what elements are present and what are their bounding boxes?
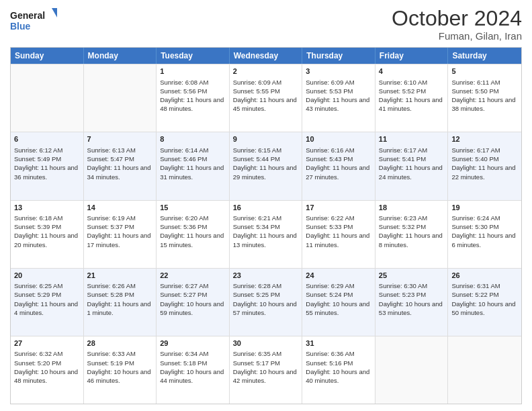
week-row-3: 13Sunrise: 6:18 AMSunset: 5:39 PMDayligh…	[11, 200, 521, 268]
cell-w3-d2: 14Sunrise: 6:19 AMSunset: 5:37 PMDayligh…	[84, 201, 157, 268]
daylight-text: Daylight: 11 hours and 6 minutes.	[451, 231, 518, 249]
daylight-text: Daylight: 10 hours and 57 minutes.	[233, 300, 299, 318]
sunset-text: Sunset: 5:39 PM	[14, 222, 80, 231]
sunrise-text: Sunrise: 6:34 AM	[160, 349, 226, 358]
sunrise-text: Sunrise: 6:27 AM	[160, 281, 226, 290]
sunrise-text: Sunrise: 6:16 AM	[306, 146, 371, 154]
sunset-text: Sunset: 5:44 PM	[233, 154, 299, 163]
calendar: Sunday Monday Tuesday Wednesday Thursday…	[10, 47, 522, 404]
cell-w1-d3: 1Sunrise: 6:08 AMSunset: 5:56 PMDaylight…	[157, 64, 230, 132]
cell-w1-d5: 3Sunrise: 6:09 AMSunset: 5:53 PMDaylight…	[302, 64, 375, 132]
sunset-text: Sunset: 5:56 PM	[160, 87, 226, 95]
svg-text:Blue: Blue	[10, 21, 31, 32]
daylight-text: Daylight: 10 hours and 59 minutes.	[160, 300, 226, 318]
sunset-text: Sunset: 5:53 PM	[306, 87, 371, 95]
daylight-text: Daylight: 11 hours and 31 minutes.	[160, 163, 226, 181]
daylight-text: Daylight: 10 hours and 53 minutes.	[379, 300, 445, 318]
daylight-text: Daylight: 11 hours and 43 minutes.	[306, 95, 371, 113]
week-row-5: 27Sunrise: 6:32 AMSunset: 5:20 PMDayligh…	[11, 336, 521, 404]
daylight-text: Daylight: 11 hours and 34 minutes.	[87, 163, 153, 181]
day-number: 21	[87, 271, 153, 281]
sunrise-text: Sunrise: 6:18 AM	[14, 214, 80, 222]
day-number: 22	[160, 271, 226, 281]
svg-marker-2	[52, 8, 57, 17]
day-number: 28	[87, 338, 153, 349]
cell-w3-d4: 16Sunrise: 6:21 AMSunset: 5:34 PMDayligh…	[230, 201, 303, 268]
logo: General Blue	[10, 7, 57, 35]
sunset-text: Sunset: 5:33 PM	[306, 222, 371, 231]
sunrise-text: Sunrise: 6:20 AM	[160, 214, 226, 222]
daylight-text: Daylight: 11 hours and 8 minutes.	[379, 231, 445, 249]
header-sunday: Sunday	[11, 48, 84, 64]
cell-w2-d5: 10Sunrise: 6:16 AMSunset: 5:43 PMDayligh…	[302, 132, 375, 199]
daylight-text: Daylight: 11 hours and 29 minutes.	[233, 163, 299, 181]
cell-w5-d6	[375, 336, 449, 404]
cell-w1-d6: 4Sunrise: 6:10 AMSunset: 5:52 PMDaylight…	[375, 64, 449, 132]
cell-w5-d7	[448, 336, 521, 404]
daylight-text: Daylight: 10 hours and 50 minutes.	[451, 300, 518, 318]
sunrise-text: Sunrise: 6:36 AM	[306, 349, 371, 358]
day-number: 4	[379, 66, 445, 77]
sunset-text: Sunset: 5:43 PM	[306, 154, 371, 163]
cell-w4-d7: 26Sunrise: 6:31 AMSunset: 5:22 PMDayligh…	[448, 269, 521, 336]
day-number: 25	[379, 271, 445, 281]
cell-w1-d2	[84, 64, 157, 132]
cell-w4-d3: 22Sunrise: 6:27 AMSunset: 5:27 PMDayligh…	[157, 269, 230, 336]
sunrise-text: Sunrise: 6:09 AM	[233, 78, 299, 87]
header-monday: Monday	[84, 48, 157, 64]
day-number: 29	[160, 338, 226, 349]
cell-w2-d7: 12Sunrise: 6:17 AMSunset: 5:40 PMDayligh…	[448, 132, 521, 199]
sunrise-text: Sunrise: 6:30 AM	[379, 281, 445, 290]
day-number: 1	[160, 66, 226, 77]
daylight-text: Daylight: 11 hours and 4 minutes.	[14, 300, 80, 318]
sunrise-text: Sunrise: 6:17 AM	[451, 146, 518, 154]
cell-w4-d4: 23Sunrise: 6:28 AMSunset: 5:25 PMDayligh…	[230, 269, 303, 336]
day-number: 30	[233, 338, 299, 349]
sunset-text: Sunset: 5:41 PM	[379, 154, 445, 163]
sunrise-text: Sunrise: 6:35 AM	[233, 349, 299, 358]
sunrise-text: Sunrise: 6:09 AM	[306, 78, 371, 87]
svg-text:General: General	[10, 10, 45, 21]
logo-svg: General Blue	[10, 7, 57, 35]
sunrise-text: Sunrise: 6:24 AM	[451, 214, 518, 222]
day-number: 20	[14, 271, 80, 281]
cell-w5-d4: 30Sunrise: 6:35 AMSunset: 5:17 PMDayligh…	[230, 336, 303, 404]
day-number: 9	[233, 134, 299, 144]
sunrise-text: Sunrise: 6:29 AM	[306, 281, 371, 290]
day-number: 5	[451, 66, 518, 77]
day-number: 16	[233, 203, 299, 213]
title-block: October 2024 Fuman, Gilan, Iran	[392, 7, 522, 42]
sunrise-text: Sunrise: 6:13 AM	[87, 146, 153, 154]
day-number: 3	[306, 66, 371, 77]
cell-w4-d2: 21Sunrise: 6:26 AMSunset: 5:28 PMDayligh…	[84, 269, 157, 336]
day-number: 8	[160, 134, 226, 144]
sunset-text: Sunset: 5:52 PM	[379, 87, 445, 95]
sunset-text: Sunset: 5:25 PM	[233, 290, 299, 299]
sunrise-text: Sunrise: 6:19 AM	[87, 214, 153, 222]
day-number: 27	[14, 338, 80, 349]
day-number: 15	[160, 203, 226, 213]
header-friday: Friday	[375, 48, 449, 64]
day-number: 19	[451, 203, 518, 213]
sunset-text: Sunset: 5:24 PM	[306, 290, 371, 299]
day-number: 31	[306, 338, 371, 349]
day-number: 6	[14, 134, 80, 144]
sunrise-text: Sunrise: 6:17 AM	[379, 146, 445, 154]
daylight-text: Daylight: 11 hours and 1 minute.	[87, 300, 153, 318]
sunset-text: Sunset: 5:50 PM	[451, 87, 518, 95]
sunset-text: Sunset: 5:47 PM	[87, 154, 153, 163]
sunset-text: Sunset: 5:17 PM	[233, 359, 299, 367]
daylight-text: Daylight: 11 hours and 36 minutes.	[14, 163, 80, 181]
sunset-text: Sunset: 5:37 PM	[87, 222, 153, 231]
header: General Blue October 2024 Fuman, Gilan, …	[10, 7, 522, 42]
day-number: 2	[233, 66, 299, 77]
sunset-text: Sunset: 5:22 PM	[451, 290, 518, 299]
sunset-text: Sunset: 5:18 PM	[160, 359, 226, 367]
cell-w3-d3: 15Sunrise: 6:20 AMSunset: 5:36 PMDayligh…	[157, 201, 230, 268]
day-number: 14	[87, 203, 153, 213]
cell-w3-d5: 17Sunrise: 6:22 AMSunset: 5:33 PMDayligh…	[302, 201, 375, 268]
sunrise-text: Sunrise: 6:28 AM	[233, 281, 299, 290]
sunset-text: Sunset: 5:36 PM	[160, 222, 226, 231]
sunrise-text: Sunrise: 6:10 AM	[379, 78, 445, 87]
daylight-text: Daylight: 11 hours and 27 minutes.	[306, 163, 371, 181]
